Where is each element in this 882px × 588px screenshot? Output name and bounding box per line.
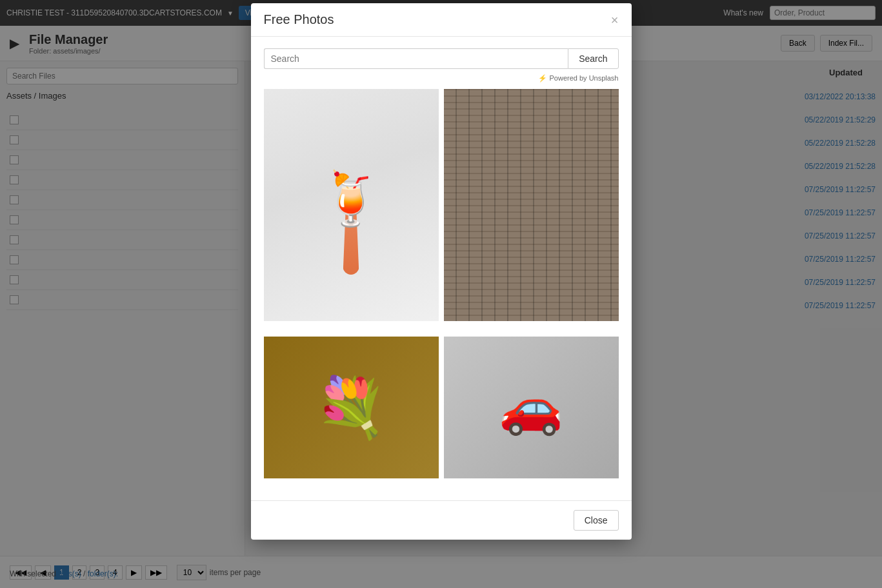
modal-header: Free Photos × xyxy=(251,3,632,37)
photo-cell-car[interactable] xyxy=(444,337,619,489)
modal-close-button[interactable]: × xyxy=(611,14,619,26)
photo-flowers-image xyxy=(264,337,439,478)
photo-cell-cocktail[interactable] xyxy=(264,89,439,331)
photo-building-image xyxy=(444,89,619,321)
powered-by-text: Powered by Unsplash xyxy=(549,74,618,82)
photo-search-button[interactable]: Search xyxy=(568,48,618,69)
photo-car-image xyxy=(444,337,619,478)
photo-cell-building[interactable] xyxy=(444,89,619,331)
close-modal-button[interactable]: Close xyxy=(574,510,619,531)
bolt-icon: ⚡ xyxy=(538,74,547,82)
photos-grid xyxy=(264,89,619,489)
modal-footer: Close xyxy=(251,500,632,540)
search-row: Search xyxy=(264,48,619,69)
photo-search-input[interactable] xyxy=(264,48,568,69)
photo-cell-flowers[interactable] xyxy=(264,337,439,489)
modal-title: Free Photos xyxy=(264,12,334,27)
powered-by-label: ⚡ Powered by Unsplash xyxy=(264,74,619,83)
modal-body: Search ⚡ Powered by Unsplash xyxy=(251,37,632,500)
photo-cocktail-image xyxy=(264,89,439,321)
free-photos-modal: Free Photos × Search ⚡ Powered by Unspla… xyxy=(251,3,632,540)
